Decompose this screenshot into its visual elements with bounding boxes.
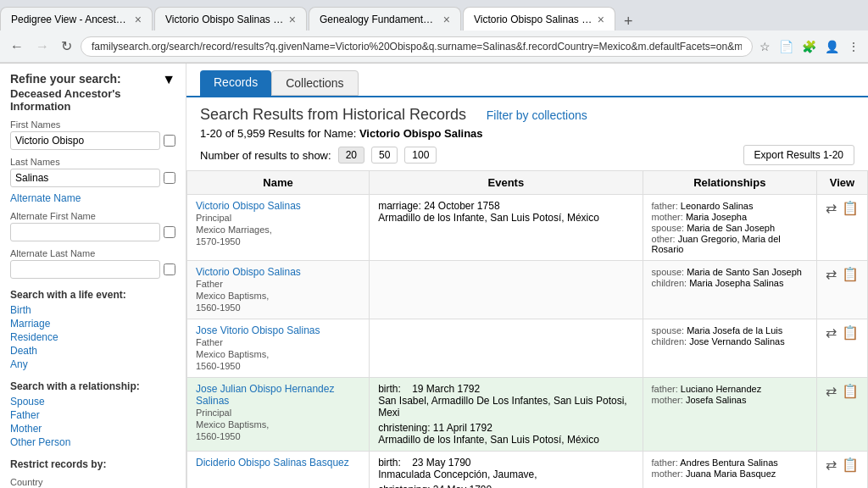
- menu-icon[interactable]: ⋮: [846, 38, 861, 55]
- alt-last-input[interactable]: [10, 260, 160, 279]
- row2-name-cell: Victorio Obispo Salinas Father Mexico Ba…: [187, 261, 370, 319]
- sidebar-item-other[interactable]: Other Person: [10, 436, 175, 448]
- first-name-input[interactable]: [10, 131, 160, 150]
- row2-record-type: Mexico Baptisms,: [196, 291, 269, 301]
- content-area: Records Collections Search Results from …: [186, 64, 868, 488]
- sidebar-item-marriage[interactable]: Marriage: [10, 318, 175, 330]
- row3-name-cell: Jose Vitorio Obispo Salinas Father Mexic…: [187, 319, 370, 378]
- tab-search[interactable]: Victorio Obispo Salinas Search R... ×: [463, 7, 615, 30]
- pdf-icon[interactable]: 📄: [777, 38, 795, 55]
- tab-collections[interactable]: Collections: [271, 70, 358, 96]
- sidebar-item-birth[interactable]: Birth: [10, 304, 175, 316]
- sidebar: Refine your search: ▼ Deceased Ancestor'…: [0, 64, 186, 488]
- row2-record-icon[interactable]: 📋: [842, 266, 859, 282]
- row1-share-icon[interactable]: ⇄: [826, 200, 837, 216]
- row1-role: Principal: [196, 213, 231, 223]
- row1-relationships-cell: father: Leonardo Salinas mother: Maria J…: [643, 195, 816, 261]
- refresh-button[interactable]: ↻: [58, 36, 75, 56]
- back-button[interactable]: ←: [7, 37, 27, 56]
- row4-events-cell: birth: 19 March 1792 San Isabel, Armadil…: [370, 378, 643, 452]
- tab-genealogy-close[interactable]: ×: [443, 13, 450, 26]
- row4-record-icon[interactable]: 📋: [842, 383, 859, 399]
- row4-share-icon[interactable]: ⇄: [826, 383, 837, 399]
- row4-birth-event: birth: 19 March 1792: [378, 383, 633, 395]
- sidebar-collapse-icon[interactable]: ▼: [162, 72, 175, 87]
- row3-rel-1: children: Jose Vernando Salinas: [652, 336, 808, 347]
- first-name-row: [10, 131, 175, 150]
- row5-actions: ⇄ 📋: [826, 457, 859, 473]
- tab-genealogy[interactable]: Genealogy Fundamentals & Ho... ×: [309, 7, 461, 30]
- alt-first-label: Alternate First Name: [10, 211, 175, 221]
- show-100-button[interactable]: 100: [404, 147, 437, 164]
- row2-actions: ⇄ 📋: [826, 266, 859, 282]
- row2-rel-1: children: Maria Josepha Salinas: [652, 278, 808, 288]
- row2-view-cell: ⇄ 📋: [816, 261, 867, 319]
- tab-pedigree-label: Pedigree View - Ancestry.com: [11, 14, 130, 25]
- first-name-checkbox[interactable]: [164, 135, 175, 147]
- new-tab-button[interactable]: +: [617, 13, 640, 30]
- alt-first-checkbox[interactable]: [164, 226, 175, 238]
- sidebar-item-residence[interactable]: Residence: [10, 331, 175, 343]
- last-name-input[interactable]: [10, 169, 160, 187]
- row5-events-cell: birth: 23 May 1790 Inmaculada Concepción…: [370, 452, 643, 489]
- tab-records[interactable]: Records: [200, 70, 271, 96]
- tab-facts-close[interactable]: ×: [289, 13, 296, 26]
- row5-share-icon[interactable]: ⇄: [826, 457, 837, 473]
- show-20-button[interactable]: 20: [338, 147, 364, 164]
- sidebar-item-spouse[interactable]: Spouse: [10, 396, 175, 408]
- row5-record-icon[interactable]: 📋: [842, 457, 859, 473]
- results-header: Search Results from Historical Records F…: [186, 97, 868, 170]
- row5-rel-1: mother: Juana Maria Basquez: [652, 469, 808, 479]
- last-name-checkbox[interactable]: [164, 172, 175, 184]
- restrict-country-label: Country: [10, 477, 175, 487]
- tab-pedigree-close[interactable]: ×: [135, 13, 142, 26]
- forward-button[interactable]: →: [32, 37, 53, 56]
- alt-first-input[interactable]: [10, 223, 160, 241]
- show-50-button[interactable]: 50: [371, 147, 398, 164]
- row4-name-link[interactable]: Jose Julian Obispo Hernandez Salinas: [196, 383, 334, 407]
- extension-icon[interactable]: 🧩: [800, 38, 818, 55]
- table-row: Victorio Obispo Salinas Father Mexico Ba…: [187, 261, 868, 319]
- row5-christening-event: christening: 24 May 1790: [378, 484, 633, 488]
- tab-facts[interactable]: Victorio Obispo Salinas - Facts ×: [154, 7, 307, 30]
- life-event-title: Search with a life event:: [10, 289, 175, 301]
- results-table: Name Events Relationships View Victorio …: [186, 170, 868, 488]
- tab-search-close[interactable]: ×: [598, 13, 604, 26]
- profile-icon[interactable]: 👤: [823, 38, 841, 55]
- col-view: View: [816, 171, 867, 195]
- alt-name-link[interactable]: Alternate Name: [10, 192, 175, 204]
- row2-share-icon[interactable]: ⇄: [826, 266, 837, 282]
- sidebar-subtitle: Deceased Ancestor's Information: [10, 87, 175, 113]
- sidebar-item-death[interactable]: Death: [10, 345, 175, 357]
- row3-record-icon[interactable]: 📋: [842, 324, 859, 341]
- row4-name-cell: Jose Julian Obispo Hernandez Salinas Pri…: [187, 378, 370, 452]
- row3-record-range: 1560-1950: [196, 361, 241, 371]
- first-name-label: First Names: [10, 119, 175, 130]
- main-layout: Refine your search: ▼ Deceased Ancestor'…: [0, 64, 868, 488]
- row1-name-link[interactable]: Victorio Obispo Salinas: [196, 200, 301, 212]
- row5-name-link[interactable]: Diciderio Obispo Salinas Basquez: [196, 457, 349, 469]
- browser-chrome: Pedigree View - Ancestry.com × Victorio …: [0, 0, 868, 64]
- row4-christening-event: christening: 11 April 1792: [378, 422, 633, 434]
- row4-view-cell: ⇄ 📋: [816, 378, 867, 452]
- star-icon[interactable]: ☆: [758, 38, 772, 55]
- row3-share-icon[interactable]: ⇄: [826, 324, 837, 341]
- sidebar-item-father[interactable]: Father: [10, 409, 175, 421]
- row1-events: marriage: 24 October 1758: [378, 200, 499, 212]
- row3-name-link[interactable]: Jose Vitorio Obispo Salinas: [196, 324, 320, 336]
- url-input[interactable]: [81, 36, 753, 57]
- row1-events-cell: marriage: 24 October 1758 Armadillo de l…: [370, 195, 643, 261]
- row2-name-link[interactable]: Victorio Obispo Salinas: [196, 266, 301, 278]
- sidebar-title: Refine your search:: [10, 72, 121, 86]
- results-count: 1-20 of 5,959 Results for Name: Victorio…: [200, 127, 854, 140]
- export-button[interactable]: Export Results 1-20: [743, 145, 854, 165]
- row4-record-range: 1560-1950: [196, 431, 241, 441]
- alt-last-checkbox[interactable]: [164, 263, 175, 275]
- tab-pedigree[interactable]: Pedigree View - Ancestry.com ×: [0, 7, 153, 30]
- row1-record-icon[interactable]: 📋: [842, 200, 859, 216]
- sidebar-item-mother[interactable]: Mother: [10, 423, 175, 435]
- row4-rel-0: father: Luciano Hernandez: [652, 384, 808, 394]
- row1-rel-1: mother: Maria Josepha: [652, 212, 808, 222]
- sidebar-item-any[interactable]: Any: [10, 358, 175, 370]
- filter-link[interactable]: Filter by collections: [487, 108, 587, 122]
